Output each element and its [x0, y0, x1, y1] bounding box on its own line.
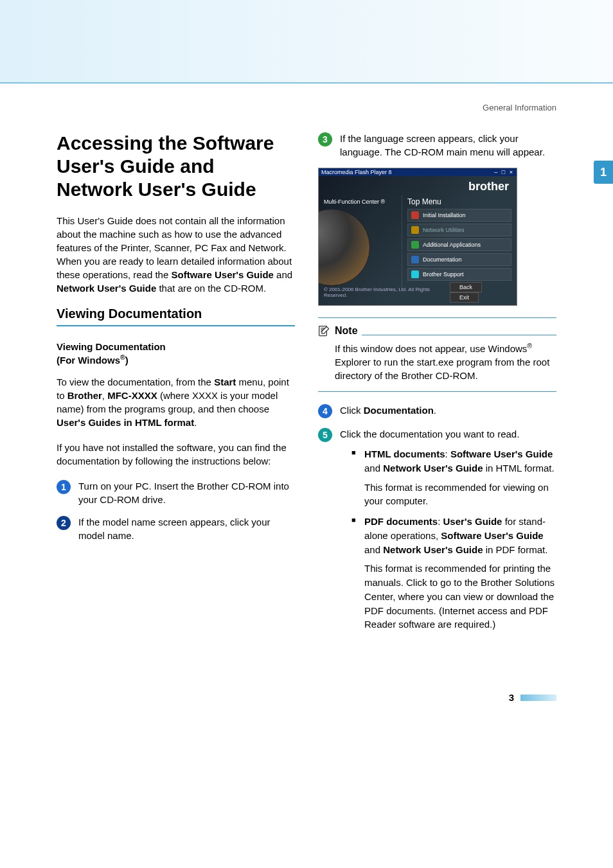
- screenshot-footer: © 2001-2006 Brother Industries, Ltd. All…: [319, 279, 517, 305]
- subsection-line2a: (For Windows: [57, 355, 120, 366]
- note-box: Note If this window does not appear, use…: [318, 317, 556, 392]
- step-1-text: Turn on your PC. Insert the Brother CD-R…: [78, 479, 295, 506]
- step-number-2-icon: 2: [57, 516, 71, 530]
- step-number-5-icon: 5: [318, 428, 332, 442]
- step-number-4-icon: 4: [318, 404, 332, 418]
- window-buttons-icon: – □ ×: [494, 169, 514, 175]
- list-item-desc: This format is recommended for printing …: [364, 562, 556, 632]
- menu-item-icon: [411, 256, 419, 263]
- left-column: Accessing the Software User's Guide and …: [57, 132, 295, 647]
- screenshot-copyright: © 2001-2006 Brother Industries, Ltd. All…: [324, 287, 446, 298]
- step-1: 1 Turn on your PC. Insert the Brother CD…: [57, 479, 295, 506]
- note-body: If this window does not appear, use Wind…: [318, 341, 556, 382]
- page-content: 1 General Information Accessing the Soft…: [0, 84, 613, 647]
- intro-bold-2: Network User's Guide: [57, 283, 156, 294]
- subsection-heading: Viewing Documentation (For Windows®): [57, 341, 295, 366]
- screenshot-left-panel: Multi-Function Center ®: [319, 195, 402, 291]
- cdrom-menu-screenshot: Macromedia Flash Player 8 – □ × brother …: [318, 168, 517, 306]
- screenshot-mfc-label: Multi-Function Center ®: [324, 199, 385, 205]
- chapter-side-tab: 1: [594, 161, 613, 184]
- screenshot-menu-item: Additional Applications: [407, 238, 511, 251]
- screenshot-exit-button: Exit: [450, 292, 479, 303]
- step-5: 5 Click the documentation you want to re…: [318, 427, 556, 638]
- menu-item-icon: [411, 270, 419, 278]
- screenshot-menu-item: Brother Support: [407, 268, 511, 281]
- menu-item-icon: [411, 241, 419, 249]
- document-type-list: HTML documents: Software User's Guide an…: [340, 447, 556, 632]
- section-heading: Viewing Documentation: [57, 306, 295, 321]
- screenshot-menu-item: Documentation: [407, 253, 511, 266]
- menu-item-icon: [411, 211, 419, 219]
- screenshot-menu-item: Initial Installation: [407, 209, 511, 222]
- section-rule: [57, 325, 295, 326]
- note-title-rule: [362, 335, 556, 335]
- subsection-line1: Viewing Documentation: [57, 341, 166, 352]
- page-footer: 3: [0, 692, 613, 722]
- step-number-1-icon: 1: [57, 480, 71, 494]
- screenshot-right-panel: Top Menu Initial Installation Network Ut…: [402, 195, 517, 291]
- step-3: 3 If the language screen appears, click …: [318, 132, 556, 159]
- header-band: [0, 0, 613, 84]
- not-installed-paragraph: If you have not installed the software, …: [57, 441, 295, 468]
- step-3-text: If the language screen appears, click yo…: [340, 132, 556, 159]
- step-2-text: If the model name screen appears, click …: [78, 515, 295, 542]
- step-2: 2 If the model name screen appears, clic…: [57, 515, 295, 542]
- main-heading: Accessing the Software User's Guide and …: [57, 132, 295, 201]
- start-menu-paragraph: To view the documentation, from the Star…: [57, 375, 295, 429]
- footer-bar-icon: [520, 695, 556, 701]
- right-column: 3 If the language screen appears, click …: [318, 132, 556, 647]
- subsection-line2b: ): [125, 355, 129, 366]
- intro-paragraph: This User's Guide does not contain all t…: [57, 214, 295, 295]
- page-number: 3: [509, 692, 514, 703]
- disc-image-icon: [318, 209, 370, 286]
- menu-item-icon: [411, 226, 419, 234]
- list-item-desc: This format is recommended for viewing o…: [364, 481, 556, 509]
- registered-mark-icon: ®: [527, 342, 532, 350]
- step-4-text: Click Documentation.: [340, 403, 436, 417]
- registered-mark-icon: ®: [120, 353, 125, 361]
- list-item: HTML documents: Software User's Guide an…: [351, 447, 556, 508]
- screenshot-brother-logo: brother: [319, 176, 517, 195]
- intro-mid: and: [274, 269, 292, 280]
- screenshot-titlebar: Macromedia Flash Player 8 – □ ×: [319, 168, 517, 176]
- intro-bold-1: Software User's Guide: [171, 269, 273, 280]
- screenshot-top-menu-label: Top Menu: [407, 197, 511, 206]
- step-number-3-icon: 3: [318, 132, 332, 146]
- screenshot-back-button: Back: [450, 282, 482, 292]
- running-header: General Information: [57, 103, 556, 112]
- list-item: PDF documents: User's Guide for stand-al…: [351, 515, 556, 632]
- intro-end: that are on the CD-ROM.: [156, 283, 266, 294]
- step-4: 4 Click Documentation.: [318, 403, 556, 418]
- note-pencil-icon: [318, 324, 331, 337]
- screenshot-menu-item: Network Utilities: [407, 224, 511, 236]
- note-title: Note: [335, 325, 358, 337]
- screenshot-window-title: Macromedia Flash Player 8: [321, 169, 392, 175]
- step-5-text: Click the documentation you want to read…: [340, 427, 556, 638]
